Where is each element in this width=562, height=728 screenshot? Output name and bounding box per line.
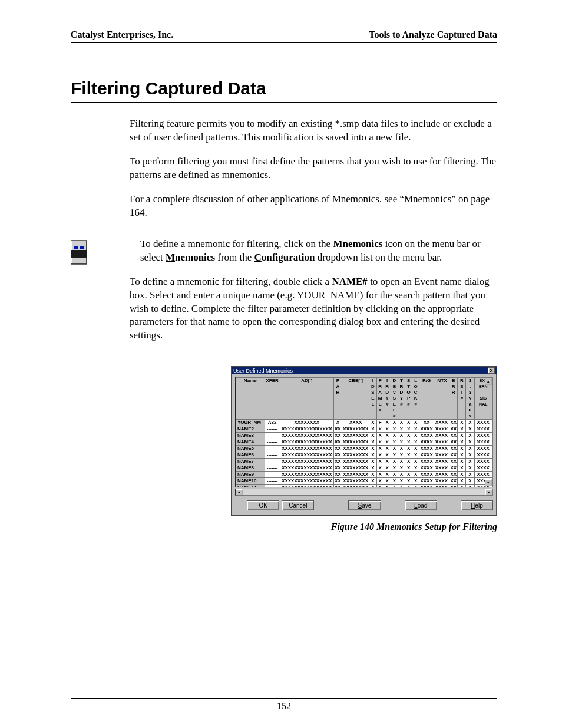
table-row[interactable]: NAME6-------XXXXXXXXXXXXXXXXXXXXXXXXXXXX…: [236, 452, 492, 459]
table-cell[interactable]: X: [458, 420, 466, 426]
table-cell[interactable]: XX: [449, 439, 458, 446]
table-cell[interactable]: XXXX: [419, 485, 434, 488]
table-cell[interactable]: X: [369, 472, 376, 478]
table-cell[interactable]: X: [376, 478, 384, 485]
table-cell[interactable]: -------: [265, 478, 280, 485]
table-row[interactable]: NAME4-------XXXXXXXXXXXXXXXXXXXXXXXXXXXX…: [236, 439, 492, 446]
table-cell[interactable]: X: [398, 439, 405, 446]
scroll-down-icon[interactable]: ▾: [485, 479, 492, 486]
table-cell[interactable]: X: [391, 472, 398, 478]
table-cell[interactable]: XX: [333, 459, 342, 465]
table-cell[interactable]: XXXX: [434, 452, 449, 459]
table-cell[interactable]: XX: [449, 452, 458, 459]
table-cell[interactable]: X: [398, 433, 405, 439]
col-header[interactable]: PAR: [333, 378, 342, 420]
table-cell[interactable]: X: [391, 420, 398, 426]
table-cell[interactable]: X: [398, 426, 405, 433]
table-cell[interactable]: X: [458, 485, 466, 488]
table-cell[interactable]: X: [458, 459, 466, 465]
table-cell[interactable]: -------: [265, 472, 280, 478]
table-cell[interactable]: X: [412, 446, 419, 452]
table-cell[interactable]: X: [376, 433, 384, 439]
table-cell[interactable]: XX: [333, 433, 342, 439]
table-cell[interactable]: -------: [265, 465, 280, 472]
table-cell[interactable]: XX: [449, 465, 458, 472]
table-cell[interactable]: XXXXXXXXXXXXXXXX: [280, 439, 333, 446]
table-cell[interactable]: XXXXXXXXXXXXXXXX: [280, 452, 333, 459]
table-cell[interactable]: XXXX: [434, 426, 449, 433]
col-header[interactable]: IRDY#: [384, 378, 391, 420]
table-cell[interactable]: XXXX: [419, 478, 434, 485]
table-cell[interactable]: NAME4: [236, 439, 265, 446]
table-cell[interactable]: XXXXXXXX: [342, 439, 369, 446]
load-button[interactable]: Load: [405, 500, 437, 510]
table-cell[interactable]: X: [376, 446, 384, 452]
table-cell[interactable]: X: [384, 472, 391, 478]
table-cell[interactable]: -------: [265, 459, 280, 465]
table-cell[interactable]: X: [412, 452, 419, 459]
table-cell[interactable]: X: [384, 452, 391, 459]
table-cell[interactable]: X: [391, 465, 398, 472]
table-cell[interactable]: X: [458, 446, 466, 452]
table-cell[interactable]: XXXXXXXX: [342, 446, 369, 452]
table-cell[interactable]: XXXX: [434, 439, 449, 446]
table-cell[interactable]: XXXX: [419, 433, 434, 439]
table-cell[interactable]: X: [398, 420, 405, 426]
table-cell[interactable]: X: [369, 420, 376, 426]
table-cell[interactable]: X: [384, 420, 391, 426]
table-row[interactable]: NAME5-------XXXXXXXXXXXXXXXXXXXXXXXXXXXX…: [236, 446, 492, 452]
table-cell[interactable]: X: [398, 459, 405, 465]
table-cell[interactable]: X: [405, 459, 412, 465]
table-cell[interactable]: X: [412, 478, 419, 485]
table-cell[interactable]: XXXXXXXX: [342, 465, 369, 472]
table-cell[interactable]: X: [398, 465, 405, 472]
table-cell[interactable]: X: [458, 433, 466, 439]
table-cell[interactable]: X: [412, 459, 419, 465]
table-cell[interactable]: XXXX: [434, 465, 449, 472]
table-cell[interactable]: X: [369, 459, 376, 465]
table-cell[interactable]: X: [376, 465, 384, 472]
table-cell[interactable]: X: [391, 459, 398, 465]
table-cell[interactable]: X: [412, 439, 419, 446]
table-cell[interactable]: X: [391, 478, 398, 485]
table-cell[interactable]: X: [405, 452, 412, 459]
table-cell[interactable]: X: [405, 465, 412, 472]
table-cell[interactable]: X: [384, 465, 391, 472]
table-cell[interactable]: XXXX: [342, 420, 369, 426]
table-cell[interactable]: X: [384, 485, 391, 488]
table-cell[interactable]: X: [376, 485, 384, 488]
table-cell[interactable]: XX: [449, 485, 458, 488]
table-row[interactable]: NAME9-------XXXXXXXXXXXXXXXXXXXXXXXXXXXX…: [236, 472, 492, 478]
table-row[interactable]: NAME11-------XXXXXXXXXXXXXXXXXXXXXXXXXXX…: [236, 485, 492, 488]
table-cell[interactable]: XXXX: [474, 439, 492, 446]
table-cell[interactable]: F: [376, 420, 384, 426]
table-cell[interactable]: X: [466, 472, 474, 478]
table-cell[interactable]: NAME9: [236, 472, 265, 478]
table-cell[interactable]: X: [412, 465, 419, 472]
table-cell[interactable]: XXXX: [474, 472, 492, 478]
table-cell[interactable]: XX: [333, 465, 342, 472]
table-cell[interactable]: NAME8: [236, 465, 265, 472]
table-cell[interactable]: X: [466, 426, 474, 433]
h-scrollbar[interactable]: ◂ ▸: [235, 489, 493, 496]
table-cell[interactable]: X: [391, 452, 398, 459]
table-cell[interactable]: X: [466, 446, 474, 452]
mnemonics-table[interactable]: NameXFERAD[ ]PARCBE[ ]IDSELFRAME#IRDY#DE…: [236, 377, 492, 487]
scroll-right-icon[interactable]: ▸: [485, 489, 492, 495]
table-cell[interactable]: X: [458, 478, 466, 485]
table-cell[interactable]: X: [398, 485, 405, 488]
table-cell[interactable]: NAME6: [236, 452, 265, 459]
table-cell[interactable]: XXXXXXXXXXXXXXXX: [280, 478, 333, 485]
table-cell[interactable]: NAME11: [236, 485, 265, 488]
table-cell[interactable]: X: [391, 485, 398, 488]
table-row[interactable]: NAME10-------XXXXXXXXXXXXXXXXXXXXXXXXXXX…: [236, 478, 492, 485]
table-cell[interactable]: X: [391, 439, 398, 446]
table-cell[interactable]: -------: [265, 452, 280, 459]
table-cell[interactable]: XXXX: [434, 433, 449, 439]
table-cell[interactable]: X: [391, 426, 398, 433]
table-cell[interactable]: -------: [265, 426, 280, 433]
close-icon[interactable]: x: [488, 367, 495, 374]
col-header[interactable]: 3.3Vaux: [466, 378, 474, 420]
table-cell[interactable]: XXXXXXXXXXXXXXXX: [280, 446, 333, 452]
table-cell[interactable]: A32: [265, 420, 280, 426]
